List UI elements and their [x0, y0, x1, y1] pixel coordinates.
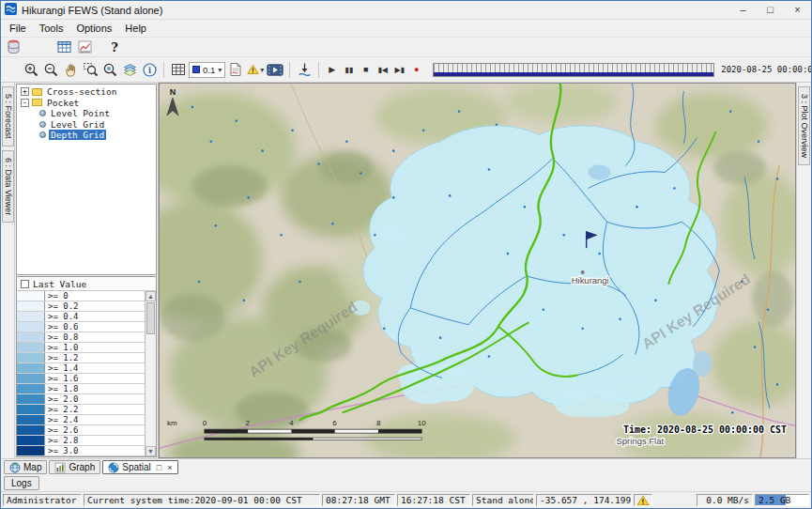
- profile-probe-icon[interactable]: [295, 60, 314, 79]
- time-slider[interactable]: [433, 63, 714, 77]
- legend-swatch: [17, 384, 45, 393]
- stop-button[interactable]: ■: [358, 65, 374, 74]
- map-time-label: Time: 2020-08-25 00:00:00 CST: [623, 424, 787, 435]
- layers-icon[interactable]: [120, 60, 139, 79]
- classbreak-value: 0.1: [203, 65, 215, 75]
- status-mode: Stand alone: [472, 494, 534, 506]
- scroll-track[interactable]: [146, 301, 156, 446]
- pause-button[interactable]: ▮▮: [341, 66, 357, 74]
- status-network-rate: 0.0 MB/s: [697, 494, 753, 506]
- maximize-button[interactable]: □: [757, 1, 784, 19]
- tree-node-level-grid[interactable]: Level Grid: [17, 119, 156, 131]
- warnings-icon[interactable]: ▾: [246, 60, 265, 79]
- legend-row: >= 3.0: [17, 446, 145, 456]
- last-value-checkbox[interactable]: [21, 280, 29, 288]
- scroll-thumb[interactable]: [146, 302, 155, 334]
- legend-row: >= 0.8: [17, 332, 145, 343]
- scroll-up-icon[interactable]: ▲: [146, 291, 156, 301]
- info-icon[interactable]: i: [140, 60, 159, 79]
- map-canvas[interactable]: API Key Required API Key Required Hikura…: [160, 84, 795, 457]
- help-button[interactable]: ?: [105, 38, 124, 56]
- legend-swatch: [17, 291, 45, 301]
- menubar: File Tools Options Help: [1, 20, 811, 37]
- chevron-down-icon[interactable]: ▾: [260, 66, 264, 74]
- legend-swatch: [17, 322, 45, 332]
- legend-label: >= 2.0: [45, 394, 79, 404]
- legend-label: >= 2.2: [45, 405, 79, 414]
- panel-restore-icon[interactable]: □: [157, 463, 161, 472]
- animation-movie-icon[interactable]: [266, 60, 284, 79]
- tree-node-depth-grid[interactable]: Depth Grid: [17, 130, 156, 141]
- tree-node-label[interactable]: Pocket: [45, 98, 81, 108]
- legend-row: >= 1.6: [17, 374, 145, 384]
- legend-swatch: [17, 353, 45, 362]
- status-user: Administrator: [3, 494, 82, 506]
- tree-node-label[interactable]: Level Point: [49, 108, 112, 118]
- database-icon[interactable]: [4, 38, 23, 56]
- svg-text:i: i: [147, 66, 151, 75]
- zoom-out-icon[interactable]: [41, 60, 60, 79]
- report-icon[interactable]: [226, 60, 245, 79]
- record-button[interactable]: ●: [408, 65, 424, 74]
- close-button[interactable]: ×: [784, 1, 811, 19]
- table-icon[interactable]: [54, 38, 73, 56]
- svg-text:6: 6: [332, 419, 337, 427]
- legend-swatch: [17, 405, 45, 414]
- svg-text:N: N: [170, 87, 176, 97]
- expand-icon[interactable]: +: [21, 87, 29, 96]
- tab-plot-overview[interactable]: 3 : Plot Overview: [798, 86, 810, 165]
- layer-dot-icon: [39, 110, 46, 116]
- view-tabs: Map Graph Spatial □ ×: [1, 458, 811, 475]
- tree-node-label[interactable]: Level Grid: [49, 119, 106, 130]
- logs-button[interactable]: Logs: [4, 476, 39, 490]
- zoom-extent-icon[interactable]: [100, 60, 119, 79]
- go-to-end-button[interactable]: ▶▮: [391, 66, 407, 74]
- menu-file[interactable]: File: [3, 23, 33, 34]
- tree-node-level-point[interactable]: Level Point: [17, 108, 156, 119]
- statusbar: Administrator Current system time:2020-0…: [1, 492, 811, 508]
- go-to-start-button[interactable]: ▮◀: [375, 66, 391, 74]
- tab-map[interactable]: Map: [4, 460, 47, 474]
- legend-row: >= 0.2: [17, 301, 145, 312]
- tab-graph-label: Graph: [69, 462, 95, 472]
- grid-display-icon[interactable]: [169, 60, 188, 79]
- status-coordinates: -35.657 , 174.199: [536, 494, 632, 506]
- tab-forecast[interactable]: 5 : Forecast: [2, 86, 14, 147]
- zoom-region-icon[interactable]: [81, 60, 100, 79]
- panel-close-icon[interactable]: ×: [167, 463, 172, 472]
- legend-swatch: [17, 436, 45, 445]
- menu-options[interactable]: Options: [69, 23, 118, 34]
- tree-node-label-selected[interactable]: Depth Grid: [49, 130, 106, 140]
- zoom-in-icon[interactable]: [22, 60, 40, 79]
- legend-row: >= 0.4: [17, 312, 145, 322]
- pan-hand-icon[interactable]: [61, 60, 80, 79]
- legend-label: >= 2.4: [45, 415, 79, 424]
- scroll-down-icon[interactable]: ▼: [146, 446, 156, 456]
- menu-help[interactable]: Help: [118, 23, 153, 34]
- play-button[interactable]: ▶: [324, 65, 340, 74]
- menu-tools[interactable]: Tools: [33, 23, 70, 34]
- legend-scrollbar[interactable]: ▲ ▼: [145, 291, 156, 456]
- folder-icon: [32, 99, 42, 106]
- tree-node-label[interactable]: Cross-section: [45, 86, 118, 97]
- tab-spatial[interactable]: Spatial □ ×: [102, 460, 177, 474]
- time-slider-bar[interactable]: [434, 72, 713, 76]
- tab-data-viewer[interactable]: 6 : Data Viewer: [2, 150, 14, 223]
- tree-node-pocket[interactable]: - Pocket: [17, 98, 156, 109]
- status-system-time: Current system time:2020-09-01 00:00 CST: [84, 494, 320, 506]
- tab-graph[interactable]: Graph: [49, 460, 100, 474]
- chart-icon[interactable]: [75, 38, 94, 56]
- legend-row: >= 2.0: [17, 394, 145, 405]
- flood-depth-layer: [351, 126, 717, 420]
- legend-title: Last Value: [33, 279, 86, 289]
- legend-label: >= 0.8: [45, 332, 79, 342]
- status-warning-icon[interactable]: [634, 494, 652, 506]
- tree-node-cross-section[interactable]: + Cross-section: [17, 86, 156, 98]
- minimize-button[interactable]: –: [729, 1, 757, 19]
- map-view[interactable]: API Key Required API Key Required Hikura…: [159, 83, 796, 458]
- legend-row: >= 2.6: [17, 425, 145, 436]
- classbreak-select[interactable]: 0.1 ▾: [189, 62, 225, 78]
- legend-swatch: [17, 332, 45, 342]
- collapse-icon[interactable]: -: [21, 99, 29, 107]
- chevron-down-icon[interactable]: ▾: [218, 66, 222, 74]
